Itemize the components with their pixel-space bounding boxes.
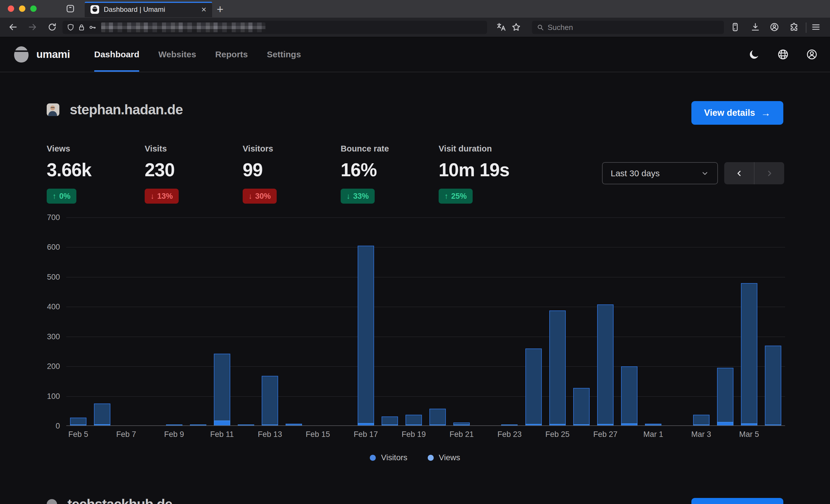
next-period-button[interactable]	[754, 162, 784, 184]
chevron-right-icon	[765, 169, 774, 178]
previous-period-button[interactable]	[724, 162, 754, 184]
metric-value: 230	[145, 159, 243, 180]
chart-gridline	[66, 425, 785, 426]
views-bar[interactable]	[429, 409, 446, 426]
browser-tab[interactable]: Dashboard | Umami ×	[85, 2, 212, 17]
y-axis-tick-label: 400	[47, 302, 60, 311]
bookmark-star-icon[interactable]	[511, 22, 521, 32]
key-icon[interactable]	[89, 23, 97, 31]
metric-visitors: Visitors 99 ↓ 30%	[243, 144, 341, 204]
views-bar[interactable]	[549, 310, 566, 426]
x-axis-tick-label: Feb 25	[545, 430, 570, 439]
x-axis-tick-label: Mar 3	[691, 430, 711, 439]
nav-item-websites[interactable]: Websites	[158, 37, 196, 72]
redacted-url	[101, 23, 265, 32]
y-axis-tick-label: 500	[47, 272, 60, 281]
change-value: 30%	[255, 192, 271, 201]
x-axis-tick-label: Feb 27	[593, 430, 617, 439]
language-globe-icon[interactable]	[777, 48, 789, 61]
metric-label: Visit duration	[439, 144, 537, 154]
nav-item-dashboard[interactable]: Dashboard	[94, 37, 139, 72]
shield-icon[interactable]	[67, 23, 75, 31]
chevron-down-icon	[701, 169, 709, 178]
legend-dot-icon	[370, 455, 376, 461]
views-bar[interactable]	[765, 346, 781, 426]
y-axis-tick-label: 300	[47, 332, 60, 341]
legend-label: Views	[439, 453, 460, 462]
minimize-window-button[interactable]	[19, 5, 25, 12]
translate-icon[interactable]	[496, 22, 506, 32]
date-range-dropdown[interactable]: Last 30 days	[602, 162, 718, 184]
legend-item[interactable]: Visitors	[370, 453, 407, 462]
chart-plot	[66, 217, 785, 426]
site-header: stephan.hadan.de	[47, 102, 183, 117]
metric-visit-duration: Visit duration 10m 19s ↑ 25%	[439, 144, 537, 204]
change-value: 0%	[59, 192, 71, 201]
arrow-right-icon: →	[761, 108, 771, 118]
change-value: 13%	[157, 192, 173, 201]
browser-panel-icon[interactable]	[730, 22, 740, 32]
date-range-label: Last 30 days	[611, 168, 660, 178]
extensions-icon[interactable]	[789, 22, 799, 32]
views-bar[interactable]	[717, 368, 733, 426]
views-bar[interactable]	[597, 304, 613, 426]
tab-title: Dashboard | Umami	[104, 5, 165, 13]
date-filter: Last 30 days	[602, 162, 784, 184]
new-tab-button[interactable]: +	[217, 3, 223, 16]
nav-item-settings[interactable]: Settings	[267, 37, 301, 72]
chart-gridline	[66, 247, 785, 247]
tab-manager-icon[interactable]	[65, 4, 75, 13]
views-bar[interactable]	[214, 354, 230, 426]
forward-button[interactable]	[28, 22, 37, 32]
metric-change-badge: ↑ 0%	[47, 189, 76, 204]
lock-icon[interactable]	[77, 23, 86, 31]
x-axis-tick-label: Feb 17	[354, 430, 378, 439]
legend-dot-icon	[428, 455, 434, 461]
menu-icon[interactable]	[811, 22, 821, 32]
account-icon[interactable]	[769, 22, 779, 32]
dashboard-content: stephan.hadan.de View details → Views 3.…	[0, 72, 830, 504]
zoom-window-button[interactable]	[30, 5, 37, 12]
x-axis-tick-label: Feb 13	[258, 430, 282, 439]
views-bar[interactable]	[525, 348, 542, 426]
url-bar[interactable]	[63, 21, 487, 34]
back-button[interactable]	[8, 22, 18, 32]
views-bar[interactable]	[741, 283, 757, 426]
close-tab-icon[interactable]: ×	[201, 5, 206, 14]
metrics-row: Views 3.66k ↑ 0% Visits 230 ↓ 13% Visito…	[47, 144, 537, 204]
metric-value: 3.66k	[47, 159, 145, 180]
chart-gridline	[66, 366, 785, 367]
chart-gridline	[66, 396, 785, 397]
views-bar[interactable]	[94, 403, 110, 426]
legend-label: Visitors	[381, 453, 407, 462]
theme-moon-icon[interactable]	[748, 48, 760, 61]
metric-label: Visitors	[243, 144, 341, 154]
second-site-title: techstackhub.de	[67, 496, 172, 504]
legend-item[interactable]: Views	[428, 453, 460, 462]
y-axis-tick-label: 600	[47, 243, 60, 252]
downloads-icon[interactable]	[751, 22, 760, 32]
close-window-button[interactable]	[8, 5, 14, 12]
views-bar[interactable]	[358, 246, 374, 426]
metric-value: 16%	[341, 159, 439, 180]
profile-icon[interactable]	[806, 48, 818, 61]
x-axis-tick-label: Feb 21	[450, 430, 474, 439]
search-bar[interactable]: Suchen	[532, 21, 724, 34]
metric-value: 10m 19s	[439, 159, 537, 180]
second-site-header: techstackhub.de	[47, 496, 172, 504]
reload-button[interactable]	[47, 22, 57, 32]
brand[interactable]: umami	[12, 37, 70, 72]
nav-item-reports[interactable]: Reports	[215, 37, 248, 72]
metric-visits: Visits 230 ↓ 13%	[145, 144, 243, 204]
x-axis-tick-label: Feb 23	[498, 430, 522, 439]
view-details-button[interactable]: View details →	[691, 101, 783, 125]
trend-arrow-icon: ↓	[346, 192, 350, 201]
search-placeholder: Suchen	[548, 23, 573, 32]
views-bar[interactable]	[262, 376, 278, 426]
views-bar[interactable]	[621, 366, 637, 426]
site-title: stephan.hadan.de	[70, 102, 183, 117]
chart-x-axis: Feb 5Feb 7Feb 9Feb 11Feb 13Feb 15Feb 17F…	[66, 430, 785, 441]
views-bar[interactable]	[573, 388, 589, 426]
y-axis-tick-label: 100	[47, 392, 60, 401]
second-view-details-button[interactable]: View details →	[691, 498, 783, 504]
